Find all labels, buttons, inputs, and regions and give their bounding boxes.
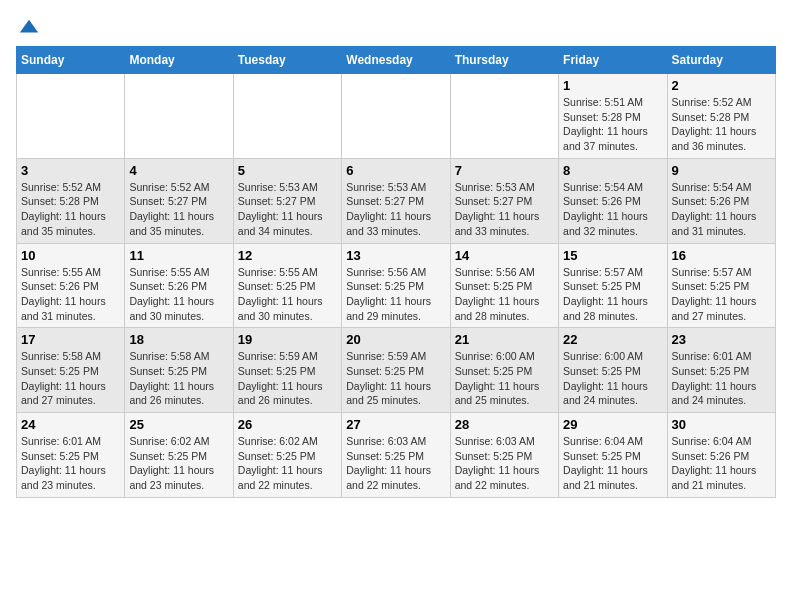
day-header-thursday: Thursday [450,47,558,74]
calendar-cell: 4Sunrise: 5:52 AM Sunset: 5:27 PM Daylig… [125,158,233,243]
day-info: Sunrise: 5:58 AM Sunset: 5:25 PM Dayligh… [21,349,120,408]
calendar-cell: 3Sunrise: 5:52 AM Sunset: 5:28 PM Daylig… [17,158,125,243]
day-number: 13 [346,248,445,263]
calendar-cell [233,74,341,159]
week-row-4: 17Sunrise: 5:58 AM Sunset: 5:25 PM Dayli… [17,328,776,413]
calendar-cell [125,74,233,159]
day-info: Sunrise: 5:53 AM Sunset: 5:27 PM Dayligh… [346,180,445,239]
calendar-cell: 7Sunrise: 5:53 AM Sunset: 5:27 PM Daylig… [450,158,558,243]
day-header-monday: Monday [125,47,233,74]
calendar-cell [342,74,450,159]
calendar-cell: 17Sunrise: 5:58 AM Sunset: 5:25 PM Dayli… [17,328,125,413]
day-info: Sunrise: 5:52 AM Sunset: 5:28 PM Dayligh… [21,180,120,239]
day-number: 6 [346,163,445,178]
calendar-cell: 2Sunrise: 5:52 AM Sunset: 5:28 PM Daylig… [667,74,775,159]
day-number: 15 [563,248,662,263]
calendar-header: SundayMondayTuesdayWednesdayThursdayFrid… [17,47,776,74]
day-number: 4 [129,163,228,178]
calendar-cell: 5Sunrise: 5:53 AM Sunset: 5:27 PM Daylig… [233,158,341,243]
day-info: Sunrise: 5:57 AM Sunset: 5:25 PM Dayligh… [672,265,771,324]
day-number: 24 [21,417,120,432]
day-info: Sunrise: 5:53 AM Sunset: 5:27 PM Dayligh… [238,180,337,239]
week-row-2: 3Sunrise: 5:52 AM Sunset: 5:28 PM Daylig… [17,158,776,243]
day-info: Sunrise: 5:59 AM Sunset: 5:25 PM Dayligh… [346,349,445,408]
calendar-cell: 24Sunrise: 6:01 AM Sunset: 5:25 PM Dayli… [17,413,125,498]
day-info: Sunrise: 6:00 AM Sunset: 5:25 PM Dayligh… [563,349,662,408]
day-number: 28 [455,417,554,432]
day-number: 11 [129,248,228,263]
day-number: 8 [563,163,662,178]
week-row-3: 10Sunrise: 5:55 AM Sunset: 5:26 PM Dayli… [17,243,776,328]
day-info: Sunrise: 5:52 AM Sunset: 5:28 PM Dayligh… [672,95,771,154]
day-number: 18 [129,332,228,347]
day-info: Sunrise: 6:02 AM Sunset: 5:25 PM Dayligh… [129,434,228,493]
day-number: 25 [129,417,228,432]
calendar-cell: 9Sunrise: 5:54 AM Sunset: 5:26 PM Daylig… [667,158,775,243]
day-number: 7 [455,163,554,178]
calendar-cell [17,74,125,159]
calendar-cell: 28Sunrise: 6:03 AM Sunset: 5:25 PM Dayli… [450,413,558,498]
calendar-cell: 1Sunrise: 5:51 AM Sunset: 5:28 PM Daylig… [559,74,667,159]
calendar-cell: 22Sunrise: 6:00 AM Sunset: 5:25 PM Dayli… [559,328,667,413]
day-info: Sunrise: 5:58 AM Sunset: 5:25 PM Dayligh… [129,349,228,408]
day-number: 3 [21,163,120,178]
day-info: Sunrise: 6:01 AM Sunset: 5:25 PM Dayligh… [672,349,771,408]
calendar-cell [450,74,558,159]
day-number: 27 [346,417,445,432]
day-number: 30 [672,417,771,432]
day-info: Sunrise: 5:51 AM Sunset: 5:28 PM Dayligh… [563,95,662,154]
week-row-1: 1Sunrise: 5:51 AM Sunset: 5:28 PM Daylig… [17,74,776,159]
day-info: Sunrise: 6:03 AM Sunset: 5:25 PM Dayligh… [346,434,445,493]
calendar-cell: 14Sunrise: 5:56 AM Sunset: 5:25 PM Dayli… [450,243,558,328]
svg-marker-0 [20,20,38,33]
day-info: Sunrise: 5:56 AM Sunset: 5:25 PM Dayligh… [346,265,445,324]
day-info: Sunrise: 5:52 AM Sunset: 5:27 PM Dayligh… [129,180,228,239]
calendar-cell: 26Sunrise: 6:02 AM Sunset: 5:25 PM Dayli… [233,413,341,498]
day-header-tuesday: Tuesday [233,47,341,74]
day-info: Sunrise: 5:53 AM Sunset: 5:27 PM Dayligh… [455,180,554,239]
day-info: Sunrise: 5:55 AM Sunset: 5:26 PM Dayligh… [129,265,228,324]
calendar-cell: 23Sunrise: 6:01 AM Sunset: 5:25 PM Dayli… [667,328,775,413]
calendar-cell: 11Sunrise: 5:55 AM Sunset: 5:26 PM Dayli… [125,243,233,328]
calendar-cell: 18Sunrise: 5:58 AM Sunset: 5:25 PM Dayli… [125,328,233,413]
day-number: 5 [238,163,337,178]
day-info: Sunrise: 5:59 AM Sunset: 5:25 PM Dayligh… [238,349,337,408]
day-number: 26 [238,417,337,432]
day-number: 1 [563,78,662,93]
page-header [16,16,776,38]
day-number: 21 [455,332,554,347]
day-info: Sunrise: 6:00 AM Sunset: 5:25 PM Dayligh… [455,349,554,408]
day-info: Sunrise: 5:54 AM Sunset: 5:26 PM Dayligh… [672,180,771,239]
week-row-5: 24Sunrise: 6:01 AM Sunset: 5:25 PM Dayli… [17,413,776,498]
calendar-cell: 19Sunrise: 5:59 AM Sunset: 5:25 PM Dayli… [233,328,341,413]
calendar-table: SundayMondayTuesdayWednesdayThursdayFrid… [16,46,776,498]
calendar-cell: 20Sunrise: 5:59 AM Sunset: 5:25 PM Dayli… [342,328,450,413]
day-number: 23 [672,332,771,347]
day-number: 19 [238,332,337,347]
day-number: 17 [21,332,120,347]
day-info: Sunrise: 5:57 AM Sunset: 5:25 PM Dayligh… [563,265,662,324]
day-info: Sunrise: 5:56 AM Sunset: 5:25 PM Dayligh… [455,265,554,324]
day-header-saturday: Saturday [667,47,775,74]
calendar-cell: 25Sunrise: 6:02 AM Sunset: 5:25 PM Dayli… [125,413,233,498]
calendar-cell: 8Sunrise: 5:54 AM Sunset: 5:26 PM Daylig… [559,158,667,243]
day-info: Sunrise: 6:04 AM Sunset: 5:26 PM Dayligh… [672,434,771,493]
day-info: Sunrise: 6:02 AM Sunset: 5:25 PM Dayligh… [238,434,337,493]
day-number: 2 [672,78,771,93]
calendar-cell: 6Sunrise: 5:53 AM Sunset: 5:27 PM Daylig… [342,158,450,243]
calendar-cell: 12Sunrise: 5:55 AM Sunset: 5:25 PM Dayli… [233,243,341,328]
calendar-cell: 29Sunrise: 6:04 AM Sunset: 5:25 PM Dayli… [559,413,667,498]
calendar-cell: 30Sunrise: 6:04 AM Sunset: 5:26 PM Dayli… [667,413,775,498]
day-info: Sunrise: 5:55 AM Sunset: 5:25 PM Dayligh… [238,265,337,324]
day-info: Sunrise: 6:03 AM Sunset: 5:25 PM Dayligh… [455,434,554,493]
calendar-cell: 21Sunrise: 6:00 AM Sunset: 5:25 PM Dayli… [450,328,558,413]
day-number: 10 [21,248,120,263]
day-number: 9 [672,163,771,178]
day-info: Sunrise: 5:54 AM Sunset: 5:26 PM Dayligh… [563,180,662,239]
day-number: 12 [238,248,337,263]
day-header-sunday: Sunday [17,47,125,74]
calendar-cell: 16Sunrise: 5:57 AM Sunset: 5:25 PM Dayli… [667,243,775,328]
calendar-cell: 27Sunrise: 6:03 AM Sunset: 5:25 PM Dayli… [342,413,450,498]
day-header-friday: Friday [559,47,667,74]
calendar-cell: 10Sunrise: 5:55 AM Sunset: 5:26 PM Dayli… [17,243,125,328]
